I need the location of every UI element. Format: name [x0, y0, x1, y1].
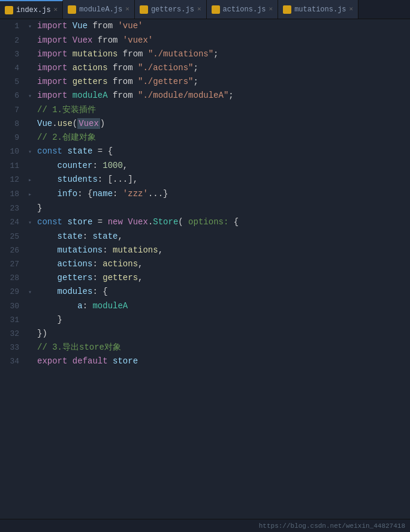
- code-line: 7 // 1.安装插件: [0, 103, 410, 117]
- tab-close-icon[interactable]: ✕: [54, 7, 58, 13]
- tab-modulea-js[interactable]: moduleA.js ✕: [63, 0, 135, 19]
- code-line: 8 Vue.use(Vuex): [0, 117, 410, 131]
- line-number: 29: [0, 285, 25, 299]
- line-number: 12: [0, 173, 25, 187]
- code-text: }: [35, 313, 410, 326]
- tab-actions-js[interactable]: actions.js ✕: [207, 0, 279, 19]
- tab-index-js[interactable]: index.js ✕: [0, 0, 63, 19]
- code-line: 29 ▾ modules: {: [0, 285, 410, 299]
- line-number: 24: [0, 216, 25, 229]
- fold-button[interactable]: ▾: [25, 90, 35, 103]
- code-line: 26 mutations: mutations,: [0, 244, 410, 257]
- line-number: 11: [0, 160, 25, 173]
- tab-close-icon[interactable]: ✕: [269, 6, 273, 13]
- tab-label: index.js: [16, 6, 51, 14]
- tab-getters-js[interactable]: getters.js ✕: [135, 0, 207, 19]
- code-text: a: moduleA: [35, 299, 410, 312]
- code-text: import getters from "./getters";: [35, 75, 410, 88]
- code-text: modules: {: [35, 285, 410, 298]
- line-number: 31: [0, 314, 25, 327]
- line-number: 34: [0, 355, 25, 368]
- code-line: 28 getters: getters,: [0, 271, 410, 285]
- code-line: 33 // 3.导出store对象: [0, 341, 410, 354]
- tab-bar: index.js ✕ moduleA.js ✕ getters.js ✕ act…: [0, 0, 410, 19]
- code-line: 23 }: [0, 202, 410, 215]
- tab-close-icon[interactable]: ✕: [125, 6, 129, 13]
- js-icon: [212, 5, 220, 14]
- code-line: 25 state: state,: [0, 230, 410, 244]
- code-line: 5 import getters from "./getters";: [0, 75, 410, 89]
- code-line: 10 ▾ const state = {: [0, 145, 410, 159]
- code-text: }: [35, 202, 410, 215]
- code-text: mutations: mutations,: [35, 244, 410, 257]
- code-text: Vue.use(Vuex): [35, 117, 410, 130]
- line-number: 25: [0, 230, 25, 244]
- line-number: 32: [0, 327, 25, 341]
- line-number: 27: [0, 258, 25, 271]
- code-line: 32 }): [0, 327, 410, 341]
- code-text: export default store: [35, 354, 410, 368]
- code-line: 18 ▸ info: {name: 'zzz'...}: [0, 187, 410, 202]
- line-number: 1: [0, 20, 25, 33]
- code-text: import moduleA from "./module/moduleA";: [35, 89, 410, 102]
- code-line: 11 counter: 1000,: [0, 159, 410, 173]
- status-url: https://blog.csdn.net/weixin_44827418: [259, 522, 405, 530]
- line-number: 5: [0, 76, 25, 89]
- code-line: 3 import mutations from "./mutations";: [0, 47, 410, 61]
- line-number: 23: [0, 202, 25, 215]
- fold-button[interactable]: ▾: [25, 146, 35, 159]
- tab-close-icon[interactable]: ✕: [197, 6, 201, 13]
- code-text: const store = new Vuex.Store( options: {: [35, 215, 410, 229]
- code-text: import Vue from 'vue': [35, 19, 410, 32]
- code-text: info: {name: 'zzz'...}: [35, 187, 410, 200]
- code-line: 30 a: moduleA: [0, 299, 410, 313]
- code-text: import Vuex from 'vuex': [35, 34, 410, 47]
- tab-label: actions.js: [223, 5, 266, 14]
- code-line: 31 }: [0, 313, 410, 327]
- line-number: 9: [0, 131, 25, 145]
- code-text: counter: 1000,: [35, 159, 410, 172]
- code-text: actions: actions,: [35, 257, 410, 270]
- code-editor[interactable]: 1 ▾ import Vue from 'vue' 2 import Vuex …: [0, 19, 410, 519]
- line-number: 28: [0, 272, 25, 285]
- fold-button[interactable]: ▾: [25, 286, 35, 299]
- fold-button[interactable]: ▸: [25, 174, 35, 187]
- code-text: }): [35, 327, 410, 340]
- code-text: const state = {: [35, 145, 410, 158]
- fold-button[interactable]: ▸: [25, 188, 35, 202]
- code-text: // 3.导出store对象: [35, 341, 410, 354]
- line-number: 4: [0, 62, 25, 75]
- code-text: // 1.安装插件: [35, 103, 410, 116]
- line-number: 8: [0, 118, 25, 131]
- line-number: 3: [0, 48, 25, 61]
- tab-label: getters.js: [151, 5, 194, 14]
- fold-button[interactable]: ▾: [25, 217, 35, 230]
- js-icon: [140, 5, 148, 14]
- tab-mutations-js[interactable]: mutations.js ✕: [278, 0, 358, 19]
- line-number: 18: [0, 188, 25, 201]
- tab-label: moduleA.js: [79, 5, 122, 14]
- code-line: 4 import actions from "./actions";: [0, 61, 410, 75]
- line-number: 26: [0, 244, 25, 257]
- code-line: 2 import Vuex from 'vuex': [0, 34, 410, 47]
- code-line: 6 ▾ import moduleA from "./module/module…: [0, 89, 410, 103]
- line-number: 2: [0, 34, 25, 47]
- status-bar: https://blog.csdn.net/weixin_44827418: [0, 519, 410, 532]
- code-line: 24 ▾ const store = new Vuex.Store( optio…: [0, 215, 410, 230]
- code-line: 12 ▸ students: [...],: [0, 173, 410, 187]
- line-number: 10: [0, 145, 25, 158]
- code-line: 9 // 2.创建对象: [0, 131, 410, 145]
- line-number: 7: [0, 104, 25, 117]
- js-icon: [5, 6, 13, 14]
- fold-button[interactable]: ▾: [25, 20, 35, 34]
- code-text: students: [...],: [35, 173, 410, 186]
- js-icon: [283, 5, 291, 14]
- code-line: 1 ▾ import Vue from 'vue': [0, 19, 410, 34]
- code-text: // 2.创建对象: [35, 131, 410, 144]
- code-text: import actions from "./actions";: [35, 61, 410, 74]
- tab-close-icon[interactable]: ✕: [349, 6, 354, 13]
- line-number: 30: [0, 300, 25, 313]
- code-text: state: state,: [35, 230, 410, 243]
- tab-label: mutations.js: [294, 5, 346, 14]
- code-line: 34 export default store: [0, 354, 410, 368]
